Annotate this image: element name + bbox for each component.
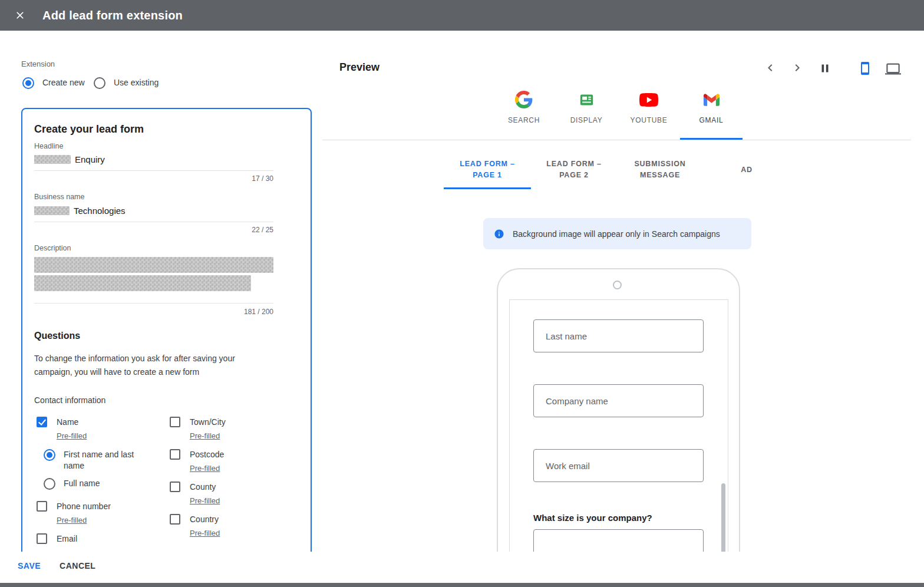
description-counter: 181 / 200 — [34, 308, 273, 316]
checkbox-unchecked-icon — [37, 533, 47, 544]
radio-use-existing[interactable]: Use existing — [94, 77, 159, 89]
dialog-title: Add lead form extension — [42, 9, 183, 22]
preview-company-size-question: What size is your company? — [533, 513, 652, 523]
youtube-icon — [639, 90, 658, 110]
headline-counter: 17 / 30 — [34, 174, 273, 183]
radio-full-name[interactable]: Full name — [44, 478, 100, 490]
questions-note: To change the information you ask for af… — [34, 352, 258, 379]
cancel-button[interactable]: CANCEL — [60, 561, 95, 570]
checkbox-town-label: Town/City — [190, 417, 226, 428]
checkbox-phone-number[interactable]: Phone number — [37, 501, 111, 512]
dialog-topbar: Add lead form extension — [0, 0, 924, 31]
business-name-field[interactable]: Technologies — [34, 206, 126, 216]
headline-label: Headline — [34, 142, 63, 150]
tab-search-label: SEARCH — [508, 116, 540, 124]
country-prefilled-link[interactable]: Pre-filled — [190, 529, 220, 537]
preview-field-last-name: Last name — [533, 319, 704, 352]
checkbox-email-label: Email — [57, 533, 77, 545]
preview-pause-button[interactable] — [817, 61, 833, 76]
headline-field[interactable]: Enquiry — [34, 154, 105, 164]
tab-lead-form-page-1[interactable]: LEAD FORM – PAGE 1 — [444, 151, 531, 189]
checkbox-postcode[interactable]: Postcode — [170, 449, 224, 460]
checkbox-country[interactable]: Country — [170, 514, 219, 525]
checkbox-county-label: County — [190, 482, 216, 493]
postcode-prefilled-link[interactable]: Pre-filled — [190, 464, 220, 473]
gmail-icon — [704, 90, 720, 110]
questions-title: Questions — [34, 331, 80, 341]
card-title: Create your lead form — [34, 123, 144, 136]
extension-section-label: Extension — [21, 60, 55, 68]
checkbox-town-city[interactable]: Town/City — [170, 417, 226, 428]
radio-selected-icon — [44, 449, 55, 461]
checkbox-checked-icon — [37, 417, 47, 427]
business-name-counter: 22 / 25 — [34, 226, 273, 234]
county-prefilled-link[interactable]: Pre-filled — [190, 496, 220, 505]
radio-unselected-icon — [94, 77, 105, 89]
headline-value: Enquiry — [75, 154, 105, 164]
radio-full-name-label: Full name — [64, 478, 100, 489]
preview-next-button[interactable] — [789, 60, 806, 76]
preview-mobile-button[interactable] — [856, 60, 874, 77]
tab-gmail-label: GMAIL — [699, 116, 724, 124]
name-prefilled-link[interactable]: Pre-filled — [57, 431, 87, 440]
redacted-text — [34, 155, 71, 164]
checkbox-name-label: Name — [57, 417, 78, 428]
checkbox-phone-label: Phone number — [57, 501, 111, 512]
checkbox-country-label: Country — [190, 514, 219, 525]
radio-first-and-last-name[interactable]: First name and last name — [44, 449, 146, 471]
checkbox-name[interactable]: Name — [37, 417, 78, 428]
info-banner: Background image will appear only in Sea… — [483, 218, 751, 249]
preview-previous-button[interactable] — [762, 60, 778, 76]
info-icon — [494, 229, 504, 239]
preview-tab-gmail[interactable]: GMAIL — [680, 90, 742, 141]
horizontal-scrollbar-thumb[interactable] — [0, 583, 924, 587]
business-name-underline — [34, 222, 273, 222]
radio-first-last-label: First name and last name — [64, 449, 146, 471]
contact-information-label: Contact information — [34, 395, 105, 405]
checkbox-unchecked-icon — [170, 449, 180, 460]
tab-ad[interactable]: AD — [724, 151, 769, 189]
preview-tab-youtube[interactable]: YOUTUBE — [618, 90, 680, 141]
headline-underline — [34, 170, 273, 171]
save-button[interactable]: SAVE — [18, 561, 41, 570]
lead-form-card: Create your lead form Headline Enquiry 1… — [21, 108, 312, 587]
tab-display-label: DISPLAY — [570, 116, 603, 124]
radio-use-existing-label: Use existing — [114, 77, 159, 88]
phone-prefilled-link[interactable]: Pre-filled — [57, 516, 87, 525]
add-lead-form-extension-dialog: Add lead form extension Extension Create… — [0, 0, 924, 587]
info-banner-text: Background image will appear only in Sea… — [513, 229, 720, 239]
redacted-text — [34, 275, 251, 291]
preview-desktop-button[interactable] — [884, 60, 902, 78]
preview-title: Preview — [339, 61, 380, 74]
tab-lead-form-page-2[interactable]: LEAD FORM – PAGE 2 — [534, 151, 614, 189]
chevron-right-icon — [790, 61, 804, 75]
town-prefilled-link[interactable]: Pre-filled — [190, 431, 220, 440]
tab-youtube-label: YOUTUBE — [631, 116, 668, 124]
description-underline — [34, 303, 273, 304]
description-field[interactable] — [34, 257, 273, 291]
smartphone-icon — [858, 61, 872, 75]
window-bottom-edge — [0, 580, 924, 587]
checkbox-unchecked-icon — [170, 514, 180, 525]
checkbox-unchecked-icon — [37, 501, 47, 512]
radio-selected-icon — [22, 77, 34, 89]
display-icon — [579, 90, 595, 110]
checkbox-email[interactable]: Email — [37, 533, 77, 545]
close-icon[interactable] — [8, 4, 32, 27]
pause-icon — [819, 62, 831, 75]
preview-tab-search[interactable]: SEARCH — [493, 90, 555, 141]
checkbox-postcode-label: Postcode — [190, 449, 224, 460]
preview-tab-display[interactable]: DISPLAY — [555, 90, 618, 141]
preview-field-work-email: Work email — [533, 449, 704, 482]
checkbox-county[interactable]: County — [170, 482, 216, 493]
phone-camera-icon — [613, 281, 622, 289]
tab-submission-message[interactable]: SUBMISSION MESSAGE — [619, 151, 701, 189]
dialog-content: Extension Create new Use existing Create… — [0, 31, 924, 587]
google-g-icon — [515, 90, 533, 110]
redacted-text — [34, 257, 273, 273]
radio-create-new[interactable]: Create new — [22, 77, 85, 89]
description-label: Description — [34, 244, 71, 252]
preview-field-company-name: Company name — [533, 384, 704, 417]
redacted-text — [34, 206, 70, 215]
business-name-value: Technologies — [74, 206, 126, 216]
